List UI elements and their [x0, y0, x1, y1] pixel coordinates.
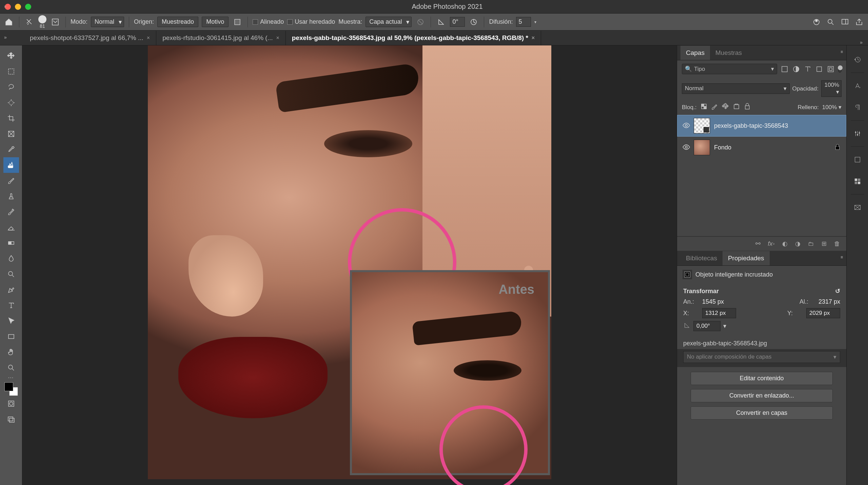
brush-settings-icon[interactable] — [50, 17, 61, 27]
collapse-tools-icon[interactable]: » — [4, 4, 6, 9]
y-input[interactable] — [806, 308, 840, 318]
document-tab-1[interactable]: pexels-rfstudio-3061415.jpg al 46% (...× — [156, 31, 286, 45]
pressure-angle-icon[interactable] — [468, 17, 479, 27]
rotation-input[interactable] — [693, 321, 721, 331]
fill-value[interactable]: 100% ▾ — [822, 104, 842, 111]
canvas-area[interactable]: Antes — [22, 45, 677, 485]
source-pattern-button[interactable]: Motivo — [202, 17, 229, 27]
overflow-tabs-icon[interactable]: » — [860, 40, 863, 45]
filter-type-icon[interactable] — [804, 65, 812, 73]
marquee-tool[interactable] — [3, 64, 19, 79]
dodge-tool[interactable] — [3, 266, 19, 282]
workspace-icon[interactable] — [840, 17, 850, 27]
ignore-adjustment-icon[interactable] — [415, 17, 426, 27]
diffusion-chevron-icon[interactable]: ▾ — [534, 20, 536, 24]
history-panel-icon[interactable] — [849, 49, 866, 70]
lock-position-icon[interactable] — [722, 102, 729, 112]
close-tab-icon[interactable]: × — [532, 35, 535, 41]
character-panel-icon[interactable] — [849, 75, 866, 97]
home-button[interactable] — [3, 17, 14, 27]
minimize-window-button[interactable] — [15, 4, 21, 10]
delete-layer-icon[interactable]: 🗑 — [834, 240, 840, 247]
fx-icon[interactable]: fx◦ — [768, 240, 775, 247]
lasso-tool[interactable] — [3, 79, 19, 95]
angle-value[interactable]: 0° — [450, 17, 465, 27]
link-layers-icon[interactable]: ⚯ — [755, 240, 761, 247]
new-layer-icon[interactable]: ⊞ — [822, 240, 827, 247]
brush-tool[interactable] — [3, 173, 19, 188]
pen-tool[interactable] — [3, 282, 19, 298]
cloud-docs-icon[interactable] — [811, 17, 822, 27]
history-brush-tool[interactable] — [3, 204, 19, 220]
visibility-icon[interactable] — [682, 143, 690, 152]
canvas[interactable]: Antes — [148, 45, 551, 479]
screen-mode-tool[interactable] — [3, 411, 19, 427]
mask-icon[interactable]: ◐ — [782, 240, 788, 247]
blend-mode-select[interactable]: Normal▾ — [91, 17, 124, 27]
quick-mask-tool[interactable] — [3, 396, 19, 411]
source-sampled-button[interactable]: Muestreado — [157, 17, 198, 27]
lock-all-icon[interactable] — [743, 102, 751, 112]
filter-toggle[interactable] — [838, 66, 842, 73]
adjustment-icon[interactable]: ◑ — [795, 240, 801, 247]
move-tool[interactable] — [3, 48, 19, 64]
opacity-value[interactable]: 100% ▾ — [821, 80, 842, 97]
maximize-window-button[interactable] — [25, 4, 31, 10]
gradient-tool[interactable] — [3, 235, 19, 251]
blur-tool[interactable] — [3, 251, 19, 266]
close-tab-icon[interactable]: × — [147, 35, 150, 41]
edit-contents-button[interactable]: Editar contenido — [691, 372, 833, 385]
layers-tab[interactable]: Capas — [680, 46, 710, 60]
group-icon[interactable]: 🗀 — [808, 240, 814, 247]
layer-comp-select[interactable]: No aplicar composición de capas▾ — [683, 351, 840, 363]
panel-menu-icon[interactable]: ≡ — [841, 255, 843, 260]
filter-smart-icon[interactable] — [827, 65, 835, 73]
visibility-icon[interactable] — [682, 121, 690, 130]
diffusion-value[interactable]: 5 — [516, 17, 531, 27]
color-panel-icon[interactable] — [849, 149, 866, 170]
aligned-checkbox[interactable]: Alineado — [253, 18, 284, 25]
paragraph-panel-icon[interactable] — [849, 97, 866, 118]
lock-transparency-icon[interactable] — [700, 102, 707, 112]
expand-tabs-icon[interactable]: » — [4, 35, 7, 40]
adjustments-panel-icon[interactable] — [849, 123, 866, 144]
zoom-tool[interactable] — [3, 360, 19, 376]
edit-toolbar-icon[interactable]: ••• — [4, 376, 18, 380]
lock-artboard-icon[interactable] — [732, 102, 740, 112]
search-icon[interactable] — [825, 17, 836, 27]
convert-to-linked-button[interactable]: Convertir en enlazado... — [691, 389, 833, 402]
samples-tab[interactable]: Muestras — [710, 46, 747, 60]
rotation-chevron-icon[interactable]: ▾ — [723, 322, 726, 330]
layer-thumbnail[interactable] — [694, 140, 710, 155]
tool-preset-picker[interactable] — [24, 17, 35, 27]
x-input[interactable] — [702, 308, 736, 318]
properties-tab[interactable]: Propiedades — [723, 251, 770, 265]
pattern-picker[interactable] — [232, 17, 243, 27]
layer-name[interactable]: pexels-gabb-tapic-3568543 — [714, 122, 788, 129]
clone-stamp-tool[interactable] — [3, 188, 19, 204]
layer-filter-select[interactable]: 🔍 Tipo▾ — [682, 64, 777, 74]
healing-brush-tool[interactable] — [3, 157, 19, 173]
eyedropper-tool[interactable] — [3, 142, 19, 157]
swatches-panel-icon[interactable] — [849, 170, 866, 192]
layer-blend-select[interactable]: Normal▾ — [682, 83, 790, 94]
navigator-panel-icon[interactable] — [849, 197, 866, 218]
crop-tool[interactable] — [3, 110, 19, 126]
type-tool[interactable] — [3, 298, 19, 313]
legacy-checkbox[interactable]: Usar heredado — [287, 18, 335, 25]
share-icon[interactable] — [854, 17, 865, 27]
filter-adjust-icon[interactable] — [792, 65, 800, 73]
layer-thumbnail[interactable] — [694, 118, 710, 134]
rectangle-tool[interactable] — [3, 329, 19, 344]
color-swatches[interactable] — [4, 382, 18, 396]
document-tab-0[interactable]: pexels-shotpot-6337527.jpg al 66,7% ...× — [24, 31, 156, 45]
hand-tool[interactable] — [3, 344, 19, 360]
quick-select-tool[interactable] — [3, 95, 19, 110]
layer-name[interactable]: Fondo — [714, 144, 731, 151]
sample-select[interactable]: Capa actual▾ — [366, 17, 412, 27]
frame-tool[interactable] — [3, 126, 19, 142]
filter-pixel-icon[interactable] — [781, 65, 789, 73]
layer-row-smart-object[interactable]: pexels-gabb-tapic-3568543 — [677, 115, 846, 137]
close-tab-icon[interactable]: × — [276, 35, 279, 41]
eraser-tool[interactable] — [3, 220, 19, 235]
